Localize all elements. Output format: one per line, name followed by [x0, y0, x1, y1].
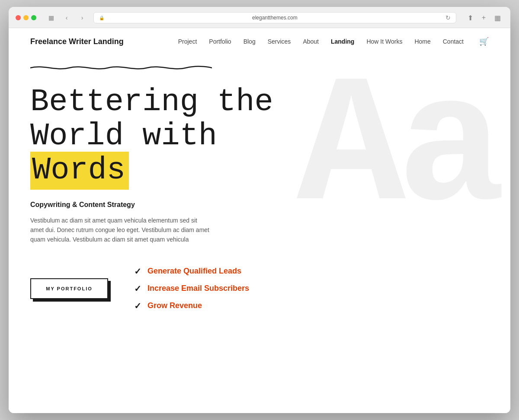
browser-action-buttons: ⬆ + ▦	[465, 13, 503, 23]
nav-item-services[interactable]: Services	[268, 38, 291, 45]
new-tab-button[interactable]: +	[479, 13, 488, 22]
checklist-item-revenue: ✓ Grow Revenue	[134, 301, 249, 311]
address-bar[interactable]: 🔒 elegantthemes.com ↻	[93, 12, 456, 23]
bg-typography-decoration: Aa	[297, 59, 497, 241]
portfolio-button[interactable]: MY PORTFOLIO	[30, 278, 108, 299]
share-button[interactable]: ⬆	[465, 13, 476, 23]
close-button[interactable]	[16, 15, 21, 20]
tabs-overview-button[interactable]: ▦	[492, 13, 503, 23]
hero-left-column: Bettering the World with Words Copywriti…	[30, 85, 298, 266]
main-nav: Freelance Writer Landing Project Portfol…	[9, 28, 510, 55]
nav-item-blog[interactable]: Blog	[243, 38, 256, 45]
site-logo[interactable]: Freelance Writer Landing	[30, 37, 124, 46]
hero-section: Bettering the World with Words Copywriti…	[9, 55, 510, 337]
maximize-button[interactable]	[31, 15, 36, 20]
checkmark-icon-2: ✓	[134, 283, 141, 294]
nav-item-portfolio[interactable]: Portfolio	[209, 38, 231, 45]
url-text: elegantthemes.com	[108, 15, 442, 21]
checklist-label-2: Increase Email Subscribers	[147, 284, 249, 293]
hero-title-line3: Words	[30, 152, 129, 190]
hero-bottom-row: MY PORTFOLIO ✓ Generate Qualified Leads …	[30, 266, 489, 311]
checklist-item-subscribers: ✓ Increase Email Subscribers	[134, 283, 249, 294]
nav-item-contact[interactable]: Contact	[443, 38, 464, 45]
nav-cart-icon[interactable]: 🛒	[476, 37, 489, 46]
hero-title-line1: Bettering the	[30, 84, 273, 120]
checklist-label-3: Grow Revenue	[147, 301, 202, 310]
forward-button[interactable]: ›	[76, 13, 88, 22]
nav-item-landing[interactable]: Landing	[331, 38, 354, 45]
back-button[interactable]: ‹	[61, 13, 73, 22]
portfolio-button-wrapper: MY PORTFOLIO	[30, 278, 108, 299]
checkmark-icon-3: ✓	[134, 301, 141, 311]
sidebar-toggle-button[interactable]: ▦	[45, 13, 57, 22]
website-content: Freelance Writer Landing Project Portfol…	[9, 28, 510, 413]
refresh-button[interactable]: ↻	[445, 14, 451, 21]
hero-title-line2: World with	[30, 118, 217, 154]
cart-icon: 🛒	[479, 37, 489, 46]
nav-item-home[interactable]: Home	[414, 38, 430, 45]
browser-chrome: ▦ ‹ › 🔒 elegantthemes.com ↻ ⬆ + ▦	[9, 7, 510, 28]
squiggle-decoration	[30, 64, 212, 72]
nav-item-how-it-works[interactable]: How It Works	[366, 38, 402, 45]
checklist-item-leads: ✓ Generate Qualified Leads	[134, 266, 249, 277]
hero-layout: Bettering the World with Words Copywriti…	[30, 85, 489, 266]
browser-controls: ▦ ‹ ›	[45, 13, 88, 22]
nav-item-project[interactable]: Project	[178, 38, 197, 45]
hero-title: Bettering the World with Words	[30, 85, 298, 188]
nav-item-about[interactable]: About	[303, 38, 319, 45]
checklist: ✓ Generate Qualified Leads ✓ Increase Em…	[134, 266, 249, 311]
checkmark-icon-1: ✓	[134, 266, 141, 277]
minimize-button[interactable]	[23, 15, 29, 20]
checklist-label-1: Generate Qualified Leads	[147, 267, 241, 276]
hero-description: Vestibulum ac diam sit amet quam vehicul…	[30, 216, 212, 245]
traffic-lights	[16, 15, 36, 20]
browser-window: ▦ ‹ › 🔒 elegantthemes.com ↻ ⬆ + ▦ Freela…	[9, 7, 510, 413]
nav-menu: Project Portfolio Blog Services About La…	[178, 37, 489, 46]
hero-subtitle: Copywriting & Content Strategy	[30, 201, 298, 209]
lock-icon: 🔒	[99, 16, 104, 20]
